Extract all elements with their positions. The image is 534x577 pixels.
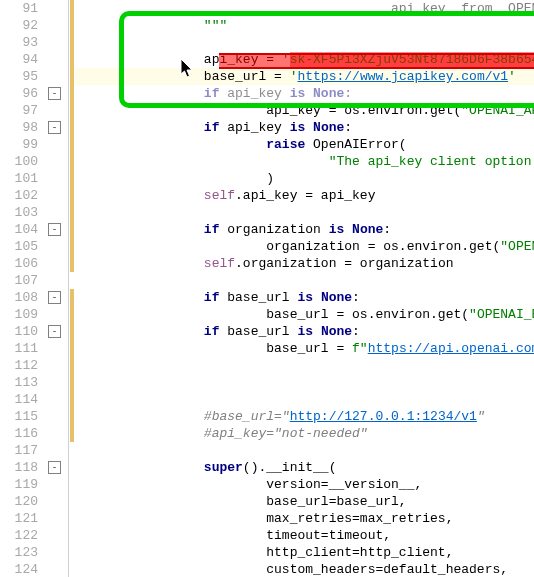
fold-toggle-icon[interactable]: -: [48, 121, 61, 134]
code-area[interactable]: api_key from OPENAI_API_KEY """ api_key …: [75, 0, 534, 577]
code-line[interactable]: organization = os.environ.get("OPENAI_OR…: [75, 238, 534, 255]
change-marker: [70, 0, 74, 272]
code-line[interactable]: self.organization = organization: [75, 255, 534, 272]
code-line[interactable]: timeout=timeout,: [75, 527, 534, 544]
code-editor[interactable]: 9192939495969798991001011021031041051061…: [0, 0, 534, 577]
code-line[interactable]: #base_url="http://127.0.0.1:1234/v1": [75, 408, 534, 425]
line-number: 108: [15, 289, 38, 306]
code-line[interactable]: api_key = os.environ.get("OPENAI_API_KEY…: [75, 102, 534, 119]
line-number: 100: [15, 153, 38, 170]
line-number: 98: [22, 119, 38, 136]
line-number: 105: [15, 238, 38, 255]
code-line[interactable]: [75, 272, 534, 289]
line-number: 95: [22, 68, 38, 85]
code-line[interactable]: base_url = f"https://api.openai.com/v1": [75, 340, 534, 357]
line-number: 119: [15, 476, 38, 493]
line-number: 113: [15, 374, 38, 391]
fold-gutter[interactable]: ------: [42, 0, 69, 577]
code-line[interactable]: if api_key is None:: [75, 85, 534, 102]
code-line[interactable]: [75, 374, 534, 391]
line-number: 99: [22, 136, 38, 153]
line-number: 109: [15, 306, 38, 323]
line-number: 93: [22, 34, 38, 51]
line-number: 121: [15, 510, 38, 527]
code-line[interactable]: base_url = 'https://www.jcapikey.com/v1': [75, 68, 534, 85]
line-number: 97: [22, 102, 38, 119]
code-line[interactable]: [75, 204, 534, 221]
line-number: 103: [15, 204, 38, 221]
code-line[interactable]: if base_url is None:: [75, 289, 534, 306]
code-line[interactable]: [75, 34, 534, 51]
line-number: 91: [22, 0, 38, 17]
code-line[interactable]: http_client=http_client,: [75, 544, 534, 561]
line-number: 101: [15, 170, 38, 187]
line-number: 115: [15, 408, 38, 425]
code-line[interactable]: api_key = 'sk-XF5Pi3XZjuV53Nt87186D6F38b…: [75, 51, 534, 68]
line-number: 123: [15, 544, 38, 561]
line-number: 114: [15, 391, 38, 408]
code-line[interactable]: [75, 357, 534, 374]
line-number: 96: [22, 85, 38, 102]
line-number: 111: [15, 340, 38, 357]
fold-toggle-icon[interactable]: -: [48, 325, 61, 338]
code-line[interactable]: raise OpenAIError(: [75, 136, 534, 153]
line-number: 122: [15, 527, 38, 544]
line-number: 106: [15, 255, 38, 272]
line-number: 104: [15, 221, 38, 238]
line-number: 112: [15, 357, 38, 374]
fold-toggle-icon[interactable]: -: [48, 87, 61, 100]
code-line[interactable]: [75, 442, 534, 459]
line-number: 120: [15, 493, 38, 510]
fold-toggle-icon[interactable]: -: [48, 461, 61, 474]
line-number: 102: [15, 187, 38, 204]
line-number: 116: [15, 425, 38, 442]
code-line[interactable]: base_url=base_url,: [75, 493, 534, 510]
code-line[interactable]: super().__init__(: [75, 459, 534, 476]
code-line[interactable]: if api_key is None:: [75, 119, 534, 136]
change-marker: [70, 289, 74, 442]
line-number-gutter: 9192939495969798991001011021031041051061…: [0, 0, 42, 577]
line-number: 94: [22, 51, 38, 68]
code-line[interactable]: ): [75, 170, 534, 187]
code-line[interactable]: [75, 391, 534, 408]
code-line[interactable]: if organization is None:: [75, 221, 534, 238]
line-number: 117: [15, 442, 38, 459]
code-line[interactable]: "The api_key client option must be set e…: [75, 153, 534, 170]
code-line[interactable]: max_retries=max_retries,: [75, 510, 534, 527]
code-line[interactable]: if base_url is None:: [75, 323, 534, 340]
code-line[interactable]: #api_key="not-needed": [75, 425, 534, 442]
code-line[interactable]: self.api_key = api_key: [75, 187, 534, 204]
line-number: 118: [15, 459, 38, 476]
code-line[interactable]: base_url = os.environ.get("OPENAI_BASE_U…: [75, 306, 534, 323]
line-number: 107: [15, 272, 38, 289]
fold-toggle-icon[interactable]: -: [48, 291, 61, 304]
line-number: 124: [15, 561, 38, 577]
code-line[interactable]: custom_headers=default_headers,: [75, 561, 534, 577]
fold-toggle-icon[interactable]: -: [48, 223, 61, 236]
line-number: 92: [22, 17, 38, 34]
line-number: 110: [15, 323, 38, 340]
code-line[interactable]: """: [75, 17, 534, 34]
code-line[interactable]: version=__version__,: [75, 476, 534, 493]
code-line[interactable]: api_key from OPENAI_API_KEY: [75, 0, 534, 17]
